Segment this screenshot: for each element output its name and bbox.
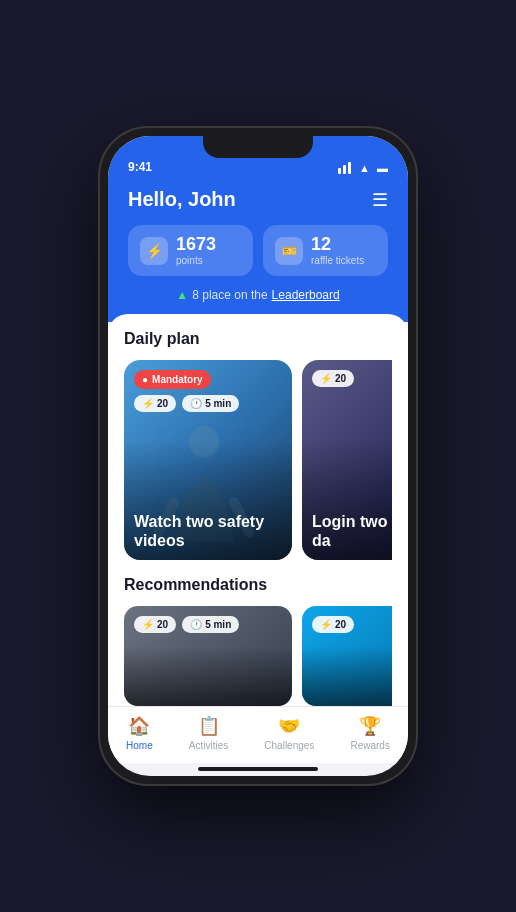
header-top: Hello, John ☰ xyxy=(128,188,388,211)
points-pill-1: ⚡ 20 xyxy=(134,395,176,412)
recommendations-title: Recommendations xyxy=(124,576,392,594)
daily-plan-section: Daily plan xyxy=(124,330,392,560)
points-label: points xyxy=(176,255,216,266)
rec-content-1: ⚡ 20 🕐 5 min xyxy=(124,606,292,706)
clock-icon-1: 🕐 xyxy=(190,398,202,409)
wifi-icon: ▲ xyxy=(359,162,370,174)
activities-icon: 📋 xyxy=(198,715,220,737)
card-content-2: ⚡ 20 Login two times a da xyxy=(302,360,392,560)
nav-challenges[interactable]: 🤝 Challenges xyxy=(264,715,314,751)
nav-challenges-label: Challenges xyxy=(264,740,314,751)
nav-home-label: Home xyxy=(126,740,153,751)
status-icons: ▲ ▬ xyxy=(338,162,388,174)
lightning-icon-2: ⚡ xyxy=(320,373,332,384)
status-time: 9:41 xyxy=(128,160,152,174)
nav-rewards[interactable]: 🏆 Rewards xyxy=(350,715,389,751)
card-top-2: ⚡ 20 xyxy=(312,370,392,387)
rec-content-2: ⚡ 20 xyxy=(302,606,392,706)
phone-shell: 9:41 ▲ ▬ Hello, John ☰ ⚡ xyxy=(98,126,418,786)
header-title: Hello, John xyxy=(128,188,236,211)
duration-pill-1: 🕐 5 min xyxy=(182,395,239,412)
plan-card-1[interactable]: ● Mandatory ⚡ 20 🕐 xyxy=(124,360,292,560)
signal-icon xyxy=(338,162,352,174)
duration-val-1: 5 min xyxy=(205,398,231,409)
nav-home[interactable]: 🏠 Home xyxy=(126,715,153,751)
daily-plan-title: Daily plan xyxy=(124,330,392,348)
card-content-1: ● Mandatory ⚡ 20 🕐 xyxy=(124,360,292,560)
points-val-2: 20 xyxy=(335,373,346,384)
recommendations-section: Recommendations ⚡ 20 xyxy=(124,576,392,706)
rec-card-1[interactable]: ⚡ 20 🕐 5 min xyxy=(124,606,292,706)
menu-icon[interactable]: ☰ xyxy=(372,189,388,211)
challenges-icon: 🤝 xyxy=(278,715,300,737)
points-val-1: 20 xyxy=(157,398,168,409)
rec-points-pill-1: ⚡ 20 xyxy=(134,616,176,633)
main-content: Daily plan xyxy=(108,314,408,706)
tickets-label: raffle tickets xyxy=(311,255,364,266)
nav-activities-label: Activities xyxy=(189,740,228,751)
card-top-1: ● Mandatory ⚡ 20 🕐 xyxy=(134,370,282,412)
rec-points-1: 20 xyxy=(157,619,168,630)
rec-cards: ⚡ 20 🕐 5 min xyxy=(124,606,392,706)
tickets-value: 12 xyxy=(311,235,364,253)
rec-meta-1: ⚡ 20 🕐 5 min xyxy=(134,616,282,633)
card-title-1: Watch two safety videos xyxy=(134,512,282,550)
plan-card-2[interactable]: ⚡ 20 Login two times a da xyxy=(302,360,392,560)
tickets-icon: 🎫 xyxy=(275,237,303,265)
nav-rewards-label: Rewards xyxy=(350,740,389,751)
rewards-icon: 🏆 xyxy=(359,715,381,737)
home-icon: 🏠 xyxy=(128,715,150,737)
leaderboard-row: ▲ 8 place on the Leaderboard xyxy=(128,288,388,302)
stats-row: ⚡ 1673 points 🎫 12 raffle tickets xyxy=(128,225,388,276)
tickets-card: 🎫 12 raffle tickets xyxy=(263,225,388,276)
home-indicator xyxy=(198,767,318,771)
points-card: ⚡ 1673 points xyxy=(128,225,253,276)
rec-meta-2: ⚡ 20 xyxy=(312,616,392,633)
points-pill-2: ⚡ 20 xyxy=(312,370,354,387)
nav-activities[interactable]: 📋 Activities xyxy=(189,715,228,751)
points-value: 1673 xyxy=(176,235,216,253)
notch xyxy=(203,136,313,158)
rec-duration-1: 5 min xyxy=(205,619,231,630)
points-info: 1673 points xyxy=(176,235,216,266)
bottom-nav: 🏠 Home 📋 Activities 🤝 Challenges 🏆 Rewar… xyxy=(108,706,408,763)
phone-screen: 9:41 ▲ ▬ Hello, John ☰ ⚡ xyxy=(108,136,408,776)
tickets-info: 12 raffle tickets xyxy=(311,235,364,266)
mandatory-badge: ● Mandatory xyxy=(134,370,211,389)
rec-duration-pill-1: 🕐 5 min xyxy=(182,616,239,633)
battery-icon: ▬ xyxy=(377,162,388,174)
card-meta-2: ⚡ 20 xyxy=(312,370,392,387)
card-title-2: Login two times a da xyxy=(312,512,392,550)
lightning-icon-1: ⚡ xyxy=(142,398,154,409)
rec-lightning-2: ⚡ xyxy=(320,619,332,630)
leaderboard-arrow-icon: ▲ xyxy=(176,288,188,302)
rec-points-2: 20 xyxy=(335,619,346,630)
daily-plan-cards: ● Mandatory ⚡ 20 🕐 xyxy=(124,360,392,560)
card-meta-1: ⚡ 20 🕐 5 min xyxy=(134,395,282,412)
leaderboard-prefix: 8 place on the xyxy=(192,288,267,302)
rec-lightning-1: ⚡ xyxy=(142,619,154,630)
leaderboard-link[interactable]: Leaderboard xyxy=(272,288,340,302)
header: Hello, John ☰ ⚡ 1673 points 🎫 12 raffle … xyxy=(108,180,408,322)
rec-points-pill-2: ⚡ 20 xyxy=(312,616,354,633)
mandatory-dot: ● xyxy=(142,374,148,385)
rec-clock-1: 🕐 xyxy=(190,619,202,630)
points-icon: ⚡ xyxy=(140,237,168,265)
rec-card-2[interactable]: ⚡ 20 xyxy=(302,606,392,706)
mandatory-label: Mandatory xyxy=(152,374,203,385)
